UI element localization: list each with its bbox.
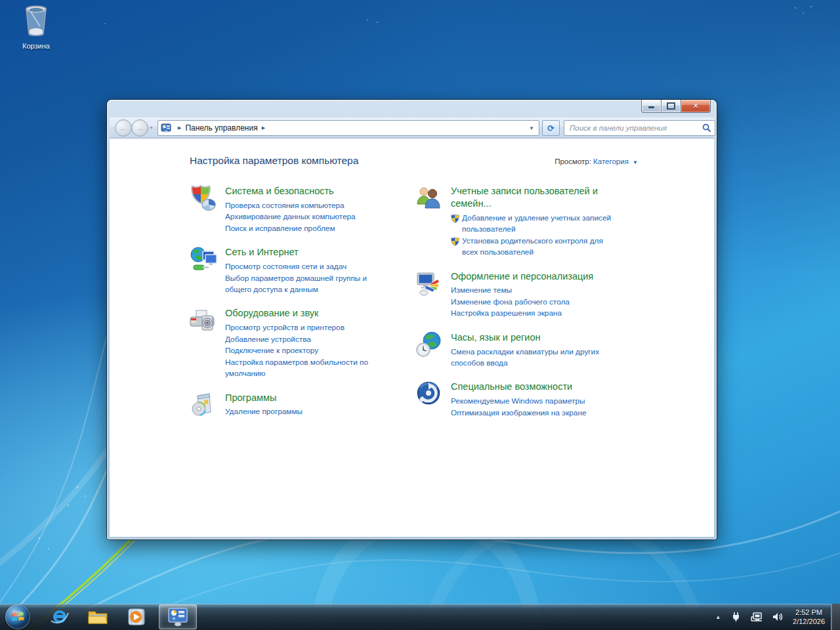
refresh-button[interactable]: ⟳: [542, 120, 560, 136]
system-security-icon[interactable]: [190, 184, 217, 212]
navigation-toolbar: ← → ▼ ▶ Панель управления ▶ ▼ ⟳: [110, 117, 714, 138]
clock-time: 2:52 PM: [793, 608, 825, 617]
link-uninstall-program[interactable]: Удаление программы: [225, 406, 390, 417]
control-panel-icon: [167, 607, 188, 627]
breadcrumb-root-arrow-icon[interactable]: ▶: [178, 125, 181, 131]
clock-language-region-icon[interactable]: [415, 331, 443, 358]
view-by-value[interactable]: Категория: [593, 158, 629, 165]
folder-icon: [87, 608, 108, 625]
search-box[interactable]: [564, 120, 715, 136]
minimize-icon: [648, 106, 654, 108]
programs-icon[interactable]: [190, 391, 217, 419]
hardware-sound-icon[interactable]: [190, 306, 217, 334]
link-check-computer-status[interactable]: Проверка состояния компьютера: [225, 200, 390, 211]
uac-shield-icon: [451, 214, 459, 223]
breadcrumb-location[interactable]: Панель управления: [185, 123, 257, 133]
windows-logo-icon: [10, 609, 26, 625]
control-panel-window: ✕ ← → ▼ ▶ Панель управления ▶ ▼: [107, 100, 717, 539]
close-button[interactable]: ✕: [681, 100, 711, 113]
close-icon: ✕: [692, 102, 698, 110]
user-accounts-icon[interactable]: [415, 184, 443, 212]
view-by: Просмотр: Категория ▼: [555, 158, 638, 165]
power-plug-tray-icon[interactable]: [726, 612, 746, 622]
network-tray-icon[interactable]: [746, 612, 767, 622]
link-change-keyboard-layout[interactable]: Смена раскладки клавиатуры или других сп…: [451, 346, 616, 369]
category-network-internet: Сеть и Интернет Просмотр состояния сети …: [190, 245, 415, 295]
minimize-button[interactable]: [641, 100, 662, 113]
control-panel-mini-icon: [161, 123, 171, 133]
network-internet-icon[interactable]: [190, 245, 217, 273]
category-title-network-internet[interactable]: Сеть и Интернет: [225, 246, 390, 259]
back-button[interactable]: ←: [115, 119, 132, 136]
address-dropdown-icon[interactable]: ▼: [529, 125, 534, 131]
category-title-clock-region[interactable]: Часы, язык и регион: [451, 331, 616, 344]
ease-of-access-icon[interactable]: [415, 380, 443, 408]
view-by-dropdown-icon[interactable]: ▼: [633, 159, 638, 165]
link-parental-controls[interactable]: Установка родительского контроля для все…: [462, 236, 616, 259]
link-change-theme[interactable]: Изменение темы: [451, 285, 616, 296]
show-desktop-button[interactable]: [831, 604, 840, 630]
link-connect-projector[interactable]: Подключение к проектору: [225, 345, 390, 356]
category-title-ease-of-access[interactable]: Специальные возможности: [451, 381, 616, 393]
link-suggested-settings[interactable]: Рекомендуемые Windows параметры: [451, 396, 616, 407]
category-ease-of-access: Специальные возможности Рекомендуемые Wi…: [415, 380, 652, 419]
category-title-system-security[interactable]: Система и безопасность: [225, 185, 390, 198]
link-change-desktop-background[interactable]: Изменение фона рабочего стола: [451, 297, 616, 308]
category-title-hardware-sound[interactable]: Оборудование и звук: [225, 307, 390, 320]
category-title-user-accounts[interactable]: Учетные записи пользователей и семейн...: [451, 185, 616, 210]
category-clock-region: Часы, язык и регион Смена раскладки клав…: [415, 331, 652, 369]
volume-tray-icon[interactable]: [767, 612, 788, 622]
maximize-button[interactable]: [662, 100, 681, 113]
address-bar[interactable]: ▶ Панель управления ▶ ▼: [158, 120, 539, 136]
taskbar-media-player-button[interactable]: [117, 604, 155, 630]
taskbar-clock[interactable]: 2:52 PM 2/12/2026: [793, 608, 825, 626]
recycle-bin-label[interactable]: Корзина: [7, 42, 66, 50]
category-programs: Программы Удаление программы: [190, 391, 415, 419]
page-title: Настройка параметров компьютера: [190, 155, 358, 167]
taskbar-internet-explorer-button[interactable]: [41, 604, 79, 630]
taskbar: ▲: [0, 604, 840, 630]
breadcrumb-expand-arrow-icon[interactable]: ▶: [262, 125, 265, 131]
titlebar[interactable]: ✕: [107, 100, 717, 118]
link-find-fix-problems[interactable]: Поиск и исправление проблем: [225, 223, 390, 234]
forward-button[interactable]: →: [131, 119, 148, 136]
show-hidden-icons-button[interactable]: ▲: [709, 614, 726, 620]
recycle-bin[interactable]: Корзина: [7, 4, 66, 50]
category-title-programs[interactable]: Программы: [225, 392, 390, 404]
link-adjust-screen-resolution[interactable]: Настройка разрешения экрана: [451, 308, 616, 319]
link-view-devices-printers[interactable]: Просмотр устройств и принтеров: [225, 322, 390, 333]
uac-shield-icon: [451, 237, 459, 246]
category-title-appearance[interactable]: Оформление и персонализация: [451, 270, 616, 283]
internet-explorer-icon: [50, 607, 70, 627]
link-mobility-settings[interactable]: Настройка параметров мобильности по умол…: [225, 357, 390, 380]
link-add-remove-accounts[interactable]: Добавление и удаление учетных записей по…: [462, 213, 616, 236]
search-icon[interactable]: [702, 123, 711, 133]
link-optimize-visual-display[interactable]: Оптимизация изображения на экране: [451, 408, 616, 419]
link-view-network-status[interactable]: Просмотр состояния сети и задач: [225, 261, 390, 272]
search-input[interactable]: [568, 123, 702, 133]
clock-date: 2/12/2026: [793, 617, 825, 626]
category-user-accounts: Учетные записи пользователей и семейн...: [415, 184, 652, 259]
desktop: Корзина ✕ ← → ▼: [0, 0, 840, 630]
maximize-icon: [667, 102, 675, 110]
start-button[interactable]: [5, 604, 30, 629]
recycle-bin-icon[interactable]: [20, 29, 52, 40]
view-by-label: Просмотр:: [555, 158, 591, 165]
link-homegroup-options[interactable]: Выбор параметров домашней группы и общег…: [225, 273, 390, 296]
taskbar-control-panel-button[interactable]: [159, 604, 197, 629]
link-backup-computer[interactable]: Архивирование данных компьютера: [225, 211, 390, 222]
appearance-icon[interactable]: [415, 270, 443, 297]
control-panel-content: Настройка параметров компьютера Просмотр…: [110, 138, 714, 537]
link-add-device[interactable]: Добавление устройства: [225, 334, 390, 345]
category-system-security: Система и безопасность Проверка состояни…: [190, 184, 415, 234]
taskbar-explorer-button[interactable]: [79, 604, 117, 630]
media-player-icon: [126, 607, 146, 627]
category-hardware-sound: Оборудование и звук Просмотр устройств и…: [190, 306, 415, 379]
category-appearance: Оформление и персонализация Изменение те…: [415, 270, 652, 320]
history-dropdown-icon[interactable]: ▼: [149, 125, 154, 130]
